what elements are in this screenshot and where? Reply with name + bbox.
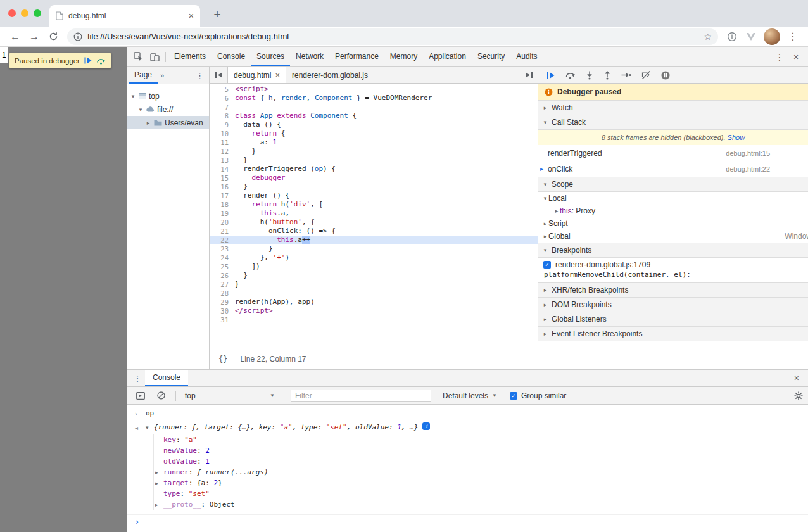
tab-security[interactable]: Security bbox=[472, 47, 510, 66]
tab-close-icon[interactable]: × bbox=[189, 11, 194, 20]
tab-memory[interactable]: Memory bbox=[384, 47, 423, 66]
console-sidebar-icon[interactable] bbox=[132, 388, 149, 404]
window-zoom-button[interactable] bbox=[34, 10, 41, 17]
group-similar-option[interactable]: ✓ Group similar bbox=[510, 391, 566, 400]
tree-item-users-evan[interactable]: ▸Users/evan bbox=[127, 116, 209, 129]
line-number[interactable]: 16 bbox=[210, 182, 232, 191]
collapsed-arrow-icon[interactable]: ▸ bbox=[542, 220, 548, 227]
line-number[interactable]: 8 bbox=[210, 111, 232, 120]
line-number[interactable]: 19 bbox=[210, 209, 232, 218]
console-settings-gear-icon[interactable] bbox=[794, 391, 803, 400]
line-number[interactable]: 14 bbox=[210, 165, 232, 174]
vue-devtools-icon[interactable] bbox=[742, 28, 760, 46]
object-expand-icon[interactable]: ▾ bbox=[146, 422, 154, 433]
tab-elements[interactable]: Elements bbox=[168, 47, 211, 66]
editor-tab-debug-html[interactable]: debug.html × bbox=[227, 67, 286, 83]
line-number[interactable]: 24 bbox=[210, 253, 232, 262]
line-number[interactable]: 31 bbox=[210, 315, 232, 324]
address-bar[interactable]: file:///Users/evan/Vue/vue-next/explorat… bbox=[67, 28, 718, 45]
tree-item-top[interactable]: ▾top bbox=[127, 89, 209, 103]
call-stack-section-header[interactable]: ▾ Call Stack bbox=[538, 115, 808, 130]
execution-context-select[interactable]: top ▼ bbox=[182, 391, 277, 400]
expanded-arrow-icon[interactable]: ▾ bbox=[130, 93, 136, 99]
show-blackboxed-link[interactable]: Show bbox=[728, 134, 745, 141]
collapsed-arrow-icon[interactable]: ▸ bbox=[542, 104, 548, 111]
line-number[interactable]: 29 bbox=[210, 298, 232, 307]
line-number[interactable]: 15 bbox=[210, 174, 232, 182]
line-number[interactable]: 9 bbox=[210, 120, 232, 129]
group-similar-checkbox[interactable]: ✓ bbox=[510, 392, 517, 400]
devtools-close-icon[interactable]: × bbox=[788, 49, 804, 65]
info-icon[interactable]: i bbox=[422, 422, 430, 430]
expanded-arrow-icon[interactable]: ▾ bbox=[542, 247, 548, 253]
line-number[interactable]: 22 bbox=[210, 236, 232, 244]
tab-sources[interactable]: Sources bbox=[251, 47, 290, 66]
line-number[interactable]: 11 bbox=[210, 138, 232, 147]
drawer-close-icon[interactable]: × bbox=[788, 370, 805, 386]
breakpoint-snippet[interactable]: platformRemoveChild(container, el); bbox=[538, 270, 808, 282]
extension-icon[interactable] bbox=[723, 28, 741, 46]
device-toolbar-icon[interactable] bbox=[146, 49, 163, 65]
page-info-icon[interactable] bbox=[73, 32, 82, 41]
collapsed-arrow-icon[interactable]: ▸ bbox=[542, 233, 548, 239]
step-icon[interactable] bbox=[621, 72, 631, 79]
url-text[interactable]: file:///Users/evan/Vue/vue-next/explorat… bbox=[87, 32, 698, 41]
tab-audits[interactable]: Audits bbox=[510, 47, 543, 66]
step-over-icon[interactable] bbox=[565, 71, 576, 79]
devtools-menu-icon[interactable]: ⋮ bbox=[771, 49, 788, 65]
log-levels-select[interactable]: Default levels ▼ bbox=[443, 391, 497, 400]
window-minimize-button[interactable] bbox=[21, 10, 28, 17]
inspect-element-icon[interactable] bbox=[130, 49, 146, 65]
expanded-arrow-icon[interactable]: ▾ bbox=[542, 119, 548, 125]
global-listeners-section-header[interactable]: ▸ Global Listeners bbox=[538, 312, 808, 327]
dom-breakpoints-section-header[interactable]: ▸ DOM Breakpoints bbox=[538, 298, 808, 312]
scope-variable-this[interactable]: ▸ this : Proxy bbox=[538, 205, 808, 217]
event-listener-breakpoints-section-header[interactable]: ▸ Event Listener Breakpoints bbox=[538, 327, 808, 341]
line-number[interactable]: 23 bbox=[210, 244, 232, 253]
scope-local-group[interactable]: ▾ Local bbox=[538, 192, 808, 205]
line-number[interactable]: 25 bbox=[210, 262, 232, 271]
overlay-step-over-icon[interactable] bbox=[96, 57, 106, 65]
line-number[interactable]: 6 bbox=[210, 94, 232, 103]
tree-item-file-[interactable]: ▾file:// bbox=[127, 103, 209, 116]
xhr-breakpoints-section-header[interactable]: ▸ XHR/fetch Breakpoints bbox=[538, 283, 808, 298]
expanded-arrow-icon[interactable]: ▾ bbox=[542, 195, 548, 201]
watch-section-header[interactable]: ▸ Watch bbox=[538, 101, 808, 115]
browser-tab[interactable]: debug.html × bbox=[49, 5, 200, 27]
line-number[interactable]: 10 bbox=[210, 129, 232, 138]
scope-script-group[interactable]: ▸ Script bbox=[538, 217, 808, 230]
property-expand-icon[interactable]: ▸ bbox=[155, 467, 163, 478]
scope-global-group[interactable]: ▸ Global Window bbox=[538, 230, 808, 243]
console-prompt[interactable]: › bbox=[127, 514, 808, 526]
line-number[interactable]: 7 bbox=[210, 103, 232, 111]
new-tab-button[interactable]: + bbox=[208, 5, 227, 24]
navigator-tab-page[interactable]: Page bbox=[129, 67, 158, 84]
editor-tab-renderer-dom-global-js[interactable]: renderer-dom.global.js bbox=[286, 67, 374, 83]
pause-on-exceptions-icon[interactable] bbox=[661, 71, 670, 80]
deactivate-breakpoints-icon[interactable] bbox=[641, 71, 651, 79]
collapsed-arrow-icon[interactable]: ▸ bbox=[542, 316, 548, 322]
line-number[interactable]: 21 bbox=[210, 227, 232, 236]
line-number[interactable]: 20 bbox=[210, 218, 232, 227]
line-number[interactable]: 28 bbox=[210, 289, 232, 298]
breakpoints-section-header[interactable]: ▾ Breakpoints bbox=[538, 243, 808, 258]
breakpoint-checkbox[interactable]: ✓ bbox=[543, 261, 551, 269]
line-number[interactable]: 17 bbox=[210, 191, 232, 200]
step-out-icon[interactable] bbox=[603, 71, 611, 80]
navigator-menu-icon[interactable]: ⋮ bbox=[192, 71, 208, 80]
line-number[interactable]: 27 bbox=[210, 280, 232, 289]
forward-button[interactable]: → bbox=[25, 28, 43, 46]
line-number[interactable]: 13 bbox=[210, 156, 232, 165]
code-editor[interactable]: 5<script>6const { h, render, Component }… bbox=[210, 84, 538, 348]
tab-application[interactable]: Application bbox=[423, 47, 472, 66]
property-expand-icon[interactable]: ▸ bbox=[155, 478, 163, 488]
collapsed-arrow-icon[interactable]: ▸ bbox=[542, 301, 548, 308]
expanded-arrow-icon[interactable]: ▾ bbox=[542, 181, 548, 187]
back-button[interactable]: ← bbox=[6, 28, 24, 46]
more-tabs-icon[interactable]: » bbox=[158, 72, 167, 79]
line-number[interactable]: 30 bbox=[210, 307, 232, 315]
profile-avatar[interactable] bbox=[764, 28, 780, 45]
line-number[interactable]: 18 bbox=[210, 200, 232, 209]
scope-section-header[interactable]: ▾ Scope bbox=[538, 177, 808, 192]
pretty-print-button[interactable]: {} bbox=[218, 355, 227, 364]
